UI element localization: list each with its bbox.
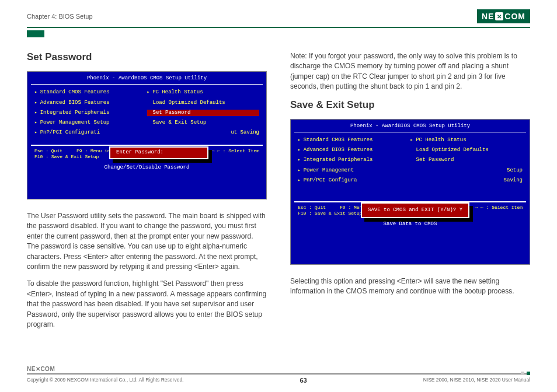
- bios-col-right: PC Health Status Load Optimized Defaults…: [410, 137, 523, 184]
- logo-left: NE: [482, 12, 494, 21]
- logo-nexcom: NE ✕ COM: [477, 9, 530, 23]
- page-footer: NE✕COM Copyright © 2009 NEXCOM Internati…: [27, 366, 530, 384]
- bios-item: Set Password: [410, 157, 523, 163]
- logo-x-icon: ✕: [495, 12, 503, 20]
- bios-title: Phoenix - AwardBIOS CMOS Setup Utility: [27, 74, 266, 84]
- bios-item-fragment: ut Saving: [147, 130, 260, 136]
- bios-item-selected: Set Password: [147, 110, 260, 116]
- bios-item: Power Management Setup: [34, 120, 147, 126]
- paragraph: To disable the password function, highli…: [27, 279, 267, 330]
- header-tab: [27, 30, 44, 37]
- bios-item: PnP/PCI Configurati: [34, 130, 147, 136]
- bios-item: Standard CMOS Features: [34, 89, 147, 96]
- footer-logo: NE✕COM: [27, 366, 530, 372]
- bios-item: Load Optimized Defaults: [147, 100, 260, 106]
- bios-screenshot-set-password: Phoenix - AwardBIOS CMOS Setup Utility S…: [27, 71, 267, 200]
- bios-footer-right: ↑ ↓ → ← : Select Item: [200, 148, 259, 160]
- bios-col-right: PC Health Status Load Optimized Defaults…: [147, 89, 260, 136]
- bios-item: PC Health Status: [147, 89, 260, 96]
- bios-item: PnP/PCI Configura: [298, 177, 410, 184]
- left-column: Set Password Phoenix - AwardBIOS CMOS Se…: [27, 51, 267, 337]
- copyright: Copyright © 2009 NEXCOM International Co…: [27, 377, 183, 384]
- chapter-title: Chapter 4: BIOS Setup: [27, 13, 93, 20]
- bios-footer-right: ↑ ↓ → ← : Select Item: [464, 205, 523, 216]
- logo-right: COM: [504, 12, 525, 21]
- bios-item: Advanced BIOS Features: [34, 100, 147, 106]
- bios-screenshot-save-exit: Phoenix - AwardBIOS CMOS Setup Utility S…: [290, 119, 530, 265]
- bios-item: Load Optimized Defaults: [410, 147, 523, 153]
- paragraph: The User Password utility sets the passw…: [27, 211, 267, 272]
- bios-item-fragment: Saving: [410, 177, 523, 184]
- bios-item: Advanced BIOS Features: [298, 147, 410, 153]
- bios-item: Save & Exit Setup: [147, 120, 260, 126]
- paragraph-note: Note: If you forgot your password, the o…: [290, 51, 530, 92]
- bios-dialog-enter-password: Enter Password:: [109, 146, 208, 159]
- bios-item: Standard CMOS Features: [298, 137, 410, 144]
- heading-set-password: Set Password: [27, 51, 267, 63]
- bios-col-left: Standard CMOS Features Advanced BIOS Fea…: [34, 89, 147, 136]
- bios-item: Power Management: [298, 167, 410, 174]
- bios-item-fragment: Setup: [410, 167, 523, 174]
- bios-title: Phoenix - AwardBIOS CMOS Setup Utility: [291, 122, 530, 132]
- bios-bottom-hint: Change/Set/Disable Password: [27, 161, 266, 172]
- bios-item: Integrated Peripherals: [34, 110, 147, 116]
- bios-dialog-save-exit: SAVE to CMOS and EXIT (Y/N)? Y: [361, 202, 469, 218]
- header-rule: [27, 27, 530, 28]
- heading-save-exit: Save & Exit Setup: [290, 99, 530, 111]
- right-column: Note: If you forgot your password, the o…: [290, 51, 530, 337]
- bios-item: Integrated Peripherals: [298, 157, 410, 163]
- bios-bottom-hint: Save Data to CMOS: [291, 218, 530, 229]
- paragraph: Selecting this option and pressing <Ente…: [290, 276, 530, 297]
- footer-rule: [27, 373, 530, 374]
- bios-col-left: Standard CMOS Features Advanced BIOS Fea…: [298, 137, 410, 184]
- bios-item: PC Health Status: [410, 137, 523, 144]
- manual-title: NISE 2000, NISE 2010, NISE 2020 User Man…: [423, 377, 530, 384]
- page-number: 63: [300, 377, 307, 384]
